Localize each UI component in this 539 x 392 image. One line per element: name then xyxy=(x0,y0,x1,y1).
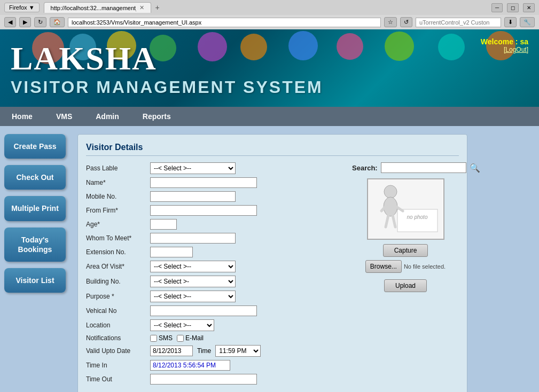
whom-to-meet-input[interactable] xyxy=(150,233,236,244)
nav-home[interactable]: Home xyxy=(0,107,44,126)
download-button[interactable]: ⬇ xyxy=(504,17,517,27)
valid-upto-date-input[interactable] xyxy=(150,346,193,356)
svg-point-3 xyxy=(384,185,397,198)
reload-button[interactable]: ↻ xyxy=(34,17,46,27)
from-firm-label: From Firm* xyxy=(86,207,150,214)
visitor-form-container: Visitor Details Pass Lable --< Select >-… xyxy=(77,134,467,392)
email-label: E-Mail xyxy=(185,334,204,342)
bookmark-button[interactable]: ☆ xyxy=(384,17,397,27)
time-out-input[interactable] xyxy=(150,374,257,385)
browser-addressbar: ◀ ▶ ↻ 🏠 ☆ ↺ ⬇ 🔧 xyxy=(0,15,539,29)
back-button[interactable]: ◀ xyxy=(4,17,16,27)
purpose-select[interactable]: --< Select >-- xyxy=(150,291,236,302)
address-bar[interactable] xyxy=(68,18,381,27)
close-icon[interactable]: ✕ xyxy=(523,3,535,12)
search-icon[interactable]: 🔍 xyxy=(470,163,480,173)
area-of-visit-label: Area Of Visit* xyxy=(86,263,150,270)
name-label: Name* xyxy=(86,179,150,186)
time-out-label: Time Out xyxy=(86,375,150,383)
todays-bookings-button[interactable]: Today's Bookings xyxy=(4,228,66,262)
refresh-button[interactable]: ↺ xyxy=(400,17,412,27)
search-area: Search: 🔍 xyxy=(352,162,459,173)
valid-upto-label: Valid Upto Date xyxy=(86,347,150,355)
time-label: Time xyxy=(197,347,211,355)
time-in-label: Time In xyxy=(86,362,150,369)
notifications-row: Notifications SMS E-Mail xyxy=(86,334,341,342)
search-input[interactable] xyxy=(381,162,466,173)
app-title-vms: VISITOR MANAGEMENT SYSTEM xyxy=(11,77,323,97)
new-tab-button[interactable]: + xyxy=(155,3,160,12)
from-firm-row: From Firm* xyxy=(86,205,341,216)
building-no-label: Building No. xyxy=(86,278,150,285)
welcome-text: Welcome : sa xyxy=(481,37,528,46)
area-of-visit-row: Area Of Visit* --< Select >-- xyxy=(86,261,341,272)
vehical-no-row: Vehical No xyxy=(86,305,341,316)
tools-button[interactable]: 🔧 xyxy=(520,17,535,27)
browser-chrome: Firefox ▼ http://localhost:32...manageme… xyxy=(0,0,539,29)
building-no-select[interactable]: --< Select >- xyxy=(150,276,236,287)
whom-to-meet-label: Whom To Meet* xyxy=(86,234,150,242)
browse-area: Browse... No file selected. xyxy=(352,260,459,273)
no-file-text: No file selected. xyxy=(404,263,446,270)
time-select[interactable]: 11:59 PM xyxy=(215,345,261,357)
content-area: Visitor Details Pass Lable --< Select >-… xyxy=(69,126,539,392)
vehical-no-label: Vehical No xyxy=(86,307,150,315)
form-fields-left: Pass Lable --< Select >-- Name* Mobile N… xyxy=(86,162,341,388)
from-firm-input[interactable] xyxy=(150,205,257,216)
sms-checkbox[interactable] xyxy=(150,335,157,342)
nav-vms[interactable]: VMS xyxy=(44,107,84,126)
area-of-visit-select[interactable]: --< Select >-- xyxy=(150,261,236,272)
purpose-row: Purpose * --< Select >-- xyxy=(86,291,341,302)
photo-area: no photo xyxy=(352,178,459,292)
nav-reports[interactable]: Reports xyxy=(131,107,183,126)
welcome-area: Welcome : sa [LogOut] xyxy=(481,37,528,53)
form-title: Visitor Details xyxy=(86,143,459,156)
building-no-row: Building No. --< Select >- xyxy=(86,276,341,287)
name-row: Name* xyxy=(86,177,341,188)
nav-bar: Home VMS Admin Reports xyxy=(0,107,539,126)
location-select[interactable]: --< Select >-- xyxy=(150,319,214,331)
age-input[interactable] xyxy=(150,219,177,230)
time-in-input[interactable] xyxy=(150,360,230,371)
home-button[interactable]: 🏠 xyxy=(50,17,65,27)
nav-admin[interactable]: Admin xyxy=(84,107,131,126)
extension-label: Extension No. xyxy=(86,248,150,256)
capture-button[interactable]: Capture xyxy=(383,244,428,257)
create-pass-button[interactable]: Create Pass xyxy=(4,134,66,159)
tab-close-icon[interactable]: ✕ xyxy=(139,4,144,11)
mobile-label: Mobile No. xyxy=(86,193,150,200)
browser-tab[interactable]: http://localhost:32...management_UI.aspx… xyxy=(44,2,151,13)
extension-input[interactable] xyxy=(150,247,193,257)
visitor-list-button[interactable]: Visitor List xyxy=(4,268,66,293)
deco-circle-9 xyxy=(385,32,414,61)
minimize-icon[interactable]: ─ xyxy=(491,3,503,12)
restore-icon[interactable]: ◻ xyxy=(507,3,519,12)
vehical-no-input[interactable] xyxy=(150,305,257,316)
firefox-label: Firefox ▼ xyxy=(4,3,40,12)
upload-button[interactable]: Upload xyxy=(384,279,427,292)
app-title-area: LAKSHA VISITOR MANAGEMENT SYSTEM xyxy=(11,40,323,97)
pass-lable-select[interactable]: --< Select >-- xyxy=(150,162,236,174)
forward-button[interactable]: ▶ xyxy=(19,17,31,27)
sidebar: Create Pass Check Out Multiple Print Tod… xyxy=(0,126,69,392)
browse-button[interactable]: Browse... xyxy=(365,260,402,273)
app-header: LAKSHA VISITOR MANAGEMENT SYSTEM Welcome… xyxy=(0,29,539,107)
multiple-print-button[interactable]: Multiple Print xyxy=(4,196,66,221)
email-checkbox[interactable] xyxy=(177,335,184,342)
name-input[interactable] xyxy=(150,177,257,188)
whom-to-meet-row: Whom To Meet* xyxy=(86,233,341,244)
main-layout: Create Pass Check Out Multiple Print Tod… xyxy=(0,126,539,392)
mobile-input[interactable] xyxy=(150,191,236,202)
email-checkbox-label[interactable]: E-Mail xyxy=(177,334,204,342)
svg-rect-1 xyxy=(397,209,438,232)
browser-search[interactable] xyxy=(416,18,501,27)
sms-label: SMS xyxy=(159,334,173,342)
sms-checkbox-label[interactable]: SMS xyxy=(150,334,173,342)
browser-titlebar: Firefox ▼ http://localhost:32...manageme… xyxy=(0,0,539,15)
check-out-button[interactable]: Check Out xyxy=(4,165,66,190)
logout-link[interactable]: [LogOut] xyxy=(481,46,528,53)
pass-lable-label: Pass Lable xyxy=(86,164,150,172)
location-label: Location xyxy=(86,322,150,329)
mobile-row: Mobile No. xyxy=(86,191,341,202)
form-right: Search: 🔍 no xyxy=(352,162,459,388)
